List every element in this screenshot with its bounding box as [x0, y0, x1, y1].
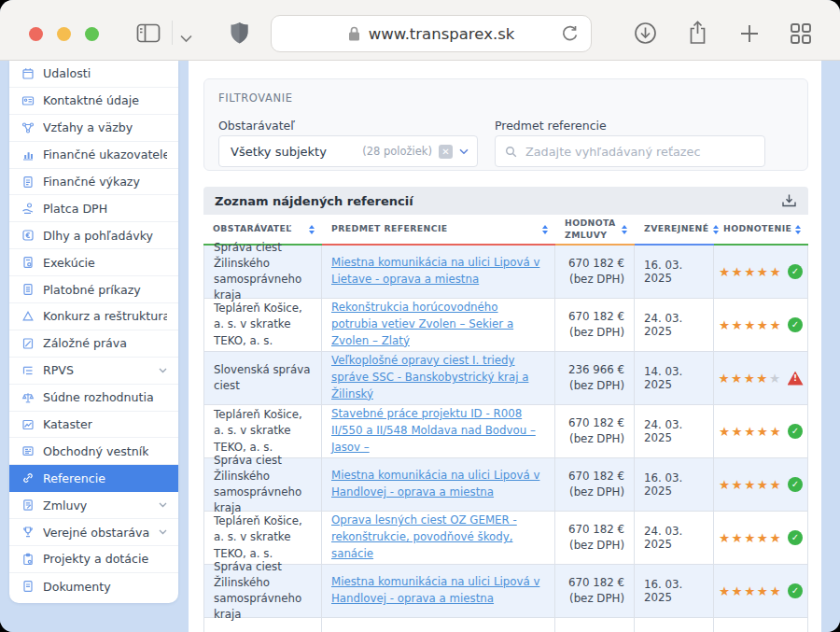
- star-rating: ★★★★★: [718, 371, 781, 386]
- reference-link[interactable]: Oprava lesných ciest OZ GEMER -rekonštru…: [331, 513, 545, 562]
- date-cell: 16. 03. 2025: [635, 565, 714, 617]
- browser-window: www.transparex.sk Udalosti: [0, 0, 840, 632]
- buyer-cell: Správa ciest Žilinského samosprávneho kr…: [203, 458, 322, 511]
- sidebar-item-zmluvy[interactable]: Zmluvy: [9, 492, 178, 519]
- rating-status-icon: [788, 372, 804, 386]
- sidebar-item-projekty-a-dotacie[interactable]: Projekty a dotácie: [9, 546, 178, 573]
- star-rating: ★★★★★: [719, 424, 782, 439]
- sort-icon[interactable]: [542, 225, 548, 234]
- rating-cell: ★★★★★: [714, 512, 808, 564]
- sidebar-item-exekucie[interactable]: Exekúcie: [9, 249, 178, 276]
- column-header-hodnota[interactable]: Hodnota zmluvy: [555, 215, 635, 246]
- star-rating: ★★★★★: [719, 477, 782, 492]
- address-bar[interactable]: www.transparex.sk: [271, 15, 592, 52]
- downloads-icon[interactable]: [634, 21, 657, 49]
- table-row: Tepláreň Košice, a. s. v skratke TEKO, a…: [203, 405, 808, 458]
- column-header-predmet[interactable]: Predmet referencie: [322, 215, 555, 246]
- reload-icon[interactable]: [561, 25, 579, 47]
- search-icon: [505, 146, 517, 158]
- sort-icon[interactable]: [309, 225, 315, 234]
- chevron-down-icon[interactable]: [180, 29, 192, 47]
- sidebar-item-verejne-obstaravanie[interactable]: Verejné obstarávanie: [9, 519, 178, 546]
- payment-order-icon: [21, 283, 35, 296]
- share-icon[interactable]: [687, 21, 708, 49]
- rating-status-icon: [788, 424, 803, 439]
- sidebar-item-konkurz[interactable]: Konkurz a reštrukturalizácia: [9, 303, 178, 330]
- reference-link[interactable]: Stavebné práce projektu ID - R008 II/550…: [331, 406, 545, 456]
- column-header-zverejnene[interactable]: Zverejnené: [635, 215, 714, 246]
- toolbar-divider: [172, 21, 173, 45]
- buyer-filter-label: Obstarávateľ: [218, 119, 295, 133]
- subject-cell: Oprava lesných ciest OZ GEMER -rekonštru…: [322, 512, 555, 564]
- rating-status-icon: [788, 583, 803, 598]
- sidebar-item-financne-vykazy[interactable]: Finančné výkazy: [9, 169, 178, 196]
- table-row: Tepláreň Košice, a. s. v skratke TEKO, a…: [203, 299, 808, 352]
- sidebar-item-rpvs[interactable]: RPVS: [9, 358, 178, 385]
- zoom-window-button[interactable]: [85, 27, 99, 41]
- rating-status-icon: [788, 477, 803, 492]
- list-tree-icon: [21, 364, 35, 377]
- sidebar-item-obchodny-vestnik[interactable]: Obchodný vestník: [9, 438, 178, 465]
- chevron-down-icon: [159, 529, 167, 535]
- date-cell: 24. 03. 2025: [635, 405, 714, 457]
- sidebar-item-sudne-rozhodnutia[interactable]: Súdne rozhodnutia: [9, 385, 178, 412]
- sidebar-item-dokumenty[interactable]: Dokumenty: [9, 573, 178, 600]
- star-rating: ★★★★★: [719, 317, 782, 332]
- new-tab-icon[interactable]: [739, 23, 760, 48]
- sidebar-item-platobne-prikazy[interactable]: Platobné príkazy: [9, 276, 178, 303]
- lock-icon: [348, 26, 360, 41]
- sidebar-item-zalozne-prava[interactable]: Záložné práva: [9, 330, 178, 358]
- scales-icon: [21, 391, 35, 404]
- minimize-window-button[interactable]: [57, 27, 71, 41]
- sidebar-item-vztahy-a-vazby[interactable]: Vzťahy a väzby: [9, 115, 178, 142]
- table-title: Zoznam nájdených referencií: [215, 194, 413, 208]
- value-cell: 670 182 €(bez DPH): [555, 246, 635, 298]
- sidebar-item-financne-ukazovatele[interactable]: Finančné ukazovatele: [9, 142, 178, 169]
- sidebar-item-kataster[interactable]: Kataster: [9, 412, 178, 439]
- rating-cell: ★★★★★: [714, 246, 808, 298]
- reference-link[interactable]: Miestna komunikácia na ulici Lipová v Ha…: [331, 574, 545, 607]
- lien-document-icon: [21, 337, 35, 350]
- trophy-icon: [21, 526, 35, 539]
- execution-document-icon: [21, 256, 35, 269]
- sort-icon[interactable]: [795, 225, 801, 234]
- date-cell: 16. 03. 2025: [635, 458, 714, 511]
- table-row: Slovenská správa ciest Veľkoplošné oprav…: [203, 352, 808, 405]
- bar-chart-icon: [21, 148, 35, 162]
- subject-search-input[interactable]: [524, 144, 755, 160]
- reference-link[interactable]: Miestna komunikácia na ulici Lipová v Li…: [331, 255, 545, 288]
- reference-link[interactable]: Miestna komunikácia na ulici Lipová v Ha…: [331, 468, 545, 500]
- main-content: FILTROVANIE Obstarávateľ Predmet referen…: [189, 61, 821, 632]
- sidebar-toggle-icon[interactable]: [136, 23, 161, 47]
- close-window-button[interactable]: [29, 27, 43, 41]
- sidebar-item-referencie[interactable]: Referencie: [9, 465, 178, 492]
- buyer-dropdown-value: Všetky subjekty: [231, 145, 327, 159]
- reference-link[interactable]: Veľkoplošné opravy ciest I. triedy správ…: [331, 353, 545, 402]
- chevron-down-icon[interactable]: [459, 148, 469, 155]
- buyer-dropdown[interactable]: Všetky subjekty (28 položiek) ✕: [218, 135, 478, 167]
- date-cell: 24. 03. 2025: [635, 512, 714, 564]
- references-table: Zoznam nájdených referencií Obstarávateľ…: [203, 187, 808, 632]
- tab-overview-icon[interactable]: [790, 22, 812, 49]
- statement-document-icon: [21, 176, 35, 189]
- clear-filter-icon[interactable]: ✕: [439, 145, 453, 159]
- filter-panel: FILTROVANIE Obstarávateľ Predmet referen…: [203, 78, 808, 171]
- url-text: www.transparex.sk: [369, 25, 515, 43]
- sidebar-item-platca-dph[interactable]: Platca DPH: [9, 195, 178, 222]
- sidebar-item-kontaktne-udaje[interactable]: Kontaktné údaje: [9, 88, 178, 115]
- export-download-icon[interactable]: [781, 193, 797, 208]
- newspaper-icon: [21, 444, 35, 457]
- privacy-shield-icon[interactable]: [230, 21, 249, 49]
- column-header-hodnotenie[interactable]: Hodnotenie: [714, 215, 808, 246]
- euro-square-icon: [21, 229, 35, 242]
- sidebar-item-udalosti[interactable]: Udalosti: [9, 61, 178, 88]
- sidebar-item-dlhy-a-pohladavky[interactable]: Dlhy a pohľadávky: [9, 222, 178, 249]
- subject-cell: Rekonštrukcia horúcovodného potrubia vet…: [322, 299, 555, 351]
- page-background: Udalosti Kontaktné údaje Vzťahy a väzby …: [0, 61, 840, 632]
- reference-link[interactable]: Rekonštrukcia horúcovodného potrubia vet…: [331, 300, 545, 349]
- value-cell: 670 182 €(bez DPH): [555, 512, 635, 564]
- clipboard-icon: [21, 553, 35, 566]
- browser-toolbar: www.transparex.sk: [0, 0, 840, 61]
- rating-cell: ★★★★★: [714, 565, 808, 617]
- sort-icon[interactable]: [622, 225, 627, 234]
